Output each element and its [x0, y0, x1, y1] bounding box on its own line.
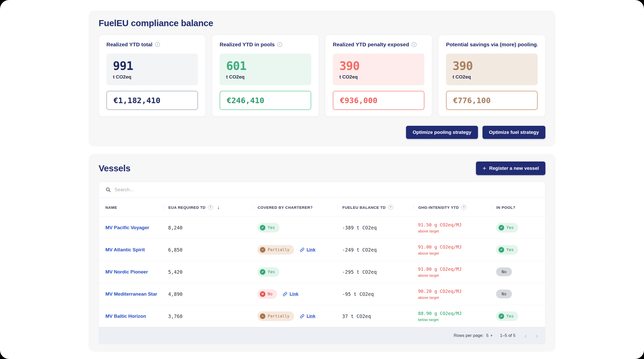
- stat-value: 390: [453, 59, 531, 73]
- table-row-mv-pacific-voyager: MV Pacific Voyager 8,240 ✓ Yes -389 t CO…: [99, 216, 545, 238]
- euro-value-field[interactable]: €1,182,410: [106, 91, 198, 110]
- covered-status-label: Partially: [268, 314, 290, 318]
- card-title: Realized YTD total: [106, 42, 152, 48]
- chain-link-icon: [283, 292, 288, 297]
- stat-value: 390: [339, 59, 418, 73]
- fueleu-balance-value: -249 t CO2eq: [342, 247, 377, 253]
- table-row-mv-nordic-pioneer: MV Nordic Pioneer 5,420 ✓ Yes -295 t CO2…: [99, 261, 545, 283]
- vessel-name-link[interactable]: MV Mediterranean Star: [105, 291, 157, 297]
- card-title: Realized YTD penalty exposed: [333, 42, 409, 48]
- rows-per-page-select[interactable]: 5 ▾: [486, 333, 493, 338]
- stat-unit: t CO2eq: [113, 74, 191, 80]
- in-pool-label: Yes: [506, 247, 514, 252]
- column-header-label: GHG-intensity YTD: [418, 205, 459, 210]
- eua-required-value: 3,760: [168, 313, 182, 319]
- in-pool-badge: No: [496, 267, 512, 276]
- vessel-name-link[interactable]: MV Nordic Pioneer: [105, 269, 148, 274]
- in-pool-badge: ✓ Yes: [496, 311, 518, 321]
- vessel-name-link[interactable]: MV Atlantic Spirit: [105, 247, 145, 252]
- check-icon: ✓: [260, 269, 265, 275]
- fueleu-balance-value: -95 t CO2eq: [342, 291, 374, 297]
- pagination-range: 1–5 of 5: [500, 333, 515, 338]
- vessels-section-title: Vessels: [99, 163, 130, 173]
- chain-link-icon: [300, 247, 305, 252]
- eua-required-value: 4,890: [168, 291, 182, 297]
- info-icon[interactable]: i: [155, 42, 160, 47]
- app-page: FuelEU compliance balance Realized YTD t…: [0, 0, 644, 359]
- sort-desc-icon[interactable]: ↓: [217, 204, 220, 210]
- covered-status-label: Yes: [268, 269, 275, 274]
- rows-per-page-value: 5: [486, 333, 489, 338]
- column-header-label: Covered by charterer?: [258, 205, 313, 210]
- minus-icon: −: [260, 313, 265, 319]
- charterer-link[interactable]: Link: [300, 314, 315, 319]
- charterer-link[interactable]: Link: [283, 292, 298, 297]
- info-icon[interactable]: i: [412, 42, 417, 47]
- ghg-intensity-value: 91.50 g CO2eq/MJ: [418, 222, 492, 227]
- column-header-ghg-intensity[interactable]: GHG-intensity YTD ?: [414, 205, 492, 210]
- card-realized-ytd-penalty-exposed: Realized YTD penalty exposed i 390 t CO2…: [325, 35, 432, 117]
- help-icon[interactable]: ?: [461, 205, 466, 210]
- card-potential-savings-pooling: Potential savings via (more) pooling... …: [438, 35, 545, 117]
- ghg-intensity-value: 90.20 g CO2eq/MJ: [418, 289, 492, 294]
- column-header-label: EUA required TD: [168, 205, 206, 210]
- next-page-button[interactable]: ›: [536, 332, 538, 339]
- optimize-fuel-strategy-button[interactable]: Optimize fuel strategy: [482, 126, 546, 139]
- in-pool-badge: No: [496, 290, 512, 298]
- column-header-in-pool[interactable]: In pool?: [492, 205, 545, 210]
- card-realized-ytd-total: Realized YTD total i 991 t CO2eq €1,182,…: [99, 35, 206, 117]
- minus-icon: −: [260, 247, 265, 253]
- card-title: Potential savings via (more) pooling...: [446, 42, 538, 48]
- strategy-actions: Optimize pooling strategy Optimize fuel …: [99, 126, 545, 139]
- eua-required-value: 6,850: [168, 247, 182, 253]
- info-icon[interactable]: i: [277, 42, 282, 47]
- covered-status-label: Yes: [268, 225, 275, 230]
- euro-value-field[interactable]: €246,410: [220, 91, 311, 110]
- card-realized-ytd-in-pools: Realized YTD in pools i 601 t CO2eq €246…: [212, 35, 319, 117]
- column-header-covered-by-charterer[interactable]: Covered by charterer?: [253, 205, 338, 210]
- stat-cards-row: Realized YTD total i 991 t CO2eq €1,182,…: [99, 35, 545, 117]
- check-icon: ✓: [499, 225, 504, 230]
- in-pool-badge: ✓ Yes: [496, 223, 518, 232]
- help-icon[interactable]: ?: [208, 205, 213, 210]
- euro-value-field[interactable]: €936,000: [333, 91, 424, 110]
- table-row-mv-baltic-horizon: MV Baltic Horizon 3,760 − Partially: [99, 305, 545, 327]
- optimize-pooling-strategy-button[interactable]: Optimize pooling strategy: [406, 126, 478, 139]
- ghg-intensity-value: 91.80 g CO2eq/MJ: [418, 266, 492, 272]
- vessels-section: Vessels + Register a new vessel Name EUA: [89, 154, 555, 352]
- charterer-link[interactable]: Link: [300, 247, 315, 252]
- column-header-name[interactable]: Name: [99, 205, 164, 210]
- fueleu-balance-value: -295 t CO2eq: [342, 269, 377, 275]
- check-icon: ✓: [260, 225, 265, 230]
- register-new-vessel-label: Register a new vessel: [489, 166, 539, 171]
- ghg-target-note: above target: [418, 273, 492, 277]
- search-input[interactable]: [114, 187, 539, 192]
- table-pagination-bar: Rows per page: 5 ▾ 1–5 of 5 ‹ ›: [99, 327, 545, 344]
- rows-per-page-label: Rows per page:: [454, 333, 484, 338]
- charterer-link-label: Link: [290, 292, 298, 297]
- covered-status-badge: ✓ Yes: [257, 223, 279, 232]
- caret-down-icon: ▾: [491, 333, 493, 338]
- covered-status-badge: − Partially: [257, 311, 294, 321]
- covered-status-badge: − Partially: [257, 245, 294, 255]
- fueleu-balance-value: -389 t CO2eq: [342, 225, 377, 230]
- help-icon[interactable]: ?: [388, 205, 393, 210]
- vessel-name-link[interactable]: MV Baltic Horizon: [105, 313, 146, 319]
- stat-value: 601: [226, 59, 305, 73]
- column-header-eua-required[interactable]: EUA required TD ? ↓: [164, 204, 253, 210]
- ghg-target-note: below target: [418, 317, 492, 322]
- eua-required-value: 5,420: [168, 269, 182, 275]
- column-header-label: In pool?: [496, 205, 515, 210]
- covered-status-badge: ✓ Yes: [257, 267, 279, 277]
- ghg-intensity-value: 88.90 g CO2eq/MJ: [418, 311, 492, 316]
- euro-value-field[interactable]: €776,100: [446, 91, 538, 110]
- in-pool-badge: ✓ Yes: [496, 245, 518, 255]
- vessel-name-link[interactable]: MV Pacific Voyager: [105, 225, 149, 230]
- cross-icon: ✕: [260, 291, 265, 297]
- covered-status-badge: ✕ No: [257, 289, 277, 299]
- column-header-fueleu-balance[interactable]: FuelEU balance TD ?: [338, 205, 414, 210]
- register-new-vessel-button[interactable]: + Register a new vessel: [476, 162, 545, 175]
- previous-page-button[interactable]: ‹: [525, 332, 527, 339]
- charterer-link-label: Link: [307, 314, 315, 319]
- column-header-label: Name: [105, 205, 117, 210]
